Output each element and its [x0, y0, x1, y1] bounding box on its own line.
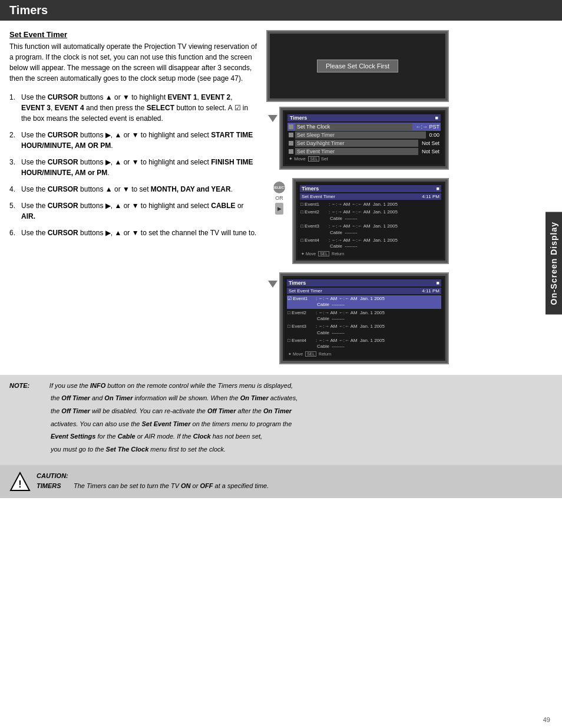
- right-column: Please Set Clock First Timers ■: [266, 30, 449, 368]
- ep-icon-3: ■: [437, 186, 439, 192]
- ep-subtitle-3: Set Event Timer 4:11 PM: [300, 193, 441, 200]
- menu-item-sleep: Set Sleep Timer 0:00: [287, 131, 441, 139]
- warning-icon: !: [9, 471, 31, 492]
- ev-label-3: □ Event3: [300, 223, 329, 229]
- step-1: 1. Use the CURSOR buttons ▲ or ▼ to high…: [9, 92, 257, 124]
- note-line5: Event Settings for the Cable or AIR mode…: [9, 431, 553, 442]
- right-arrow-icon: ▶: [275, 203, 283, 215]
- ev-time-4: : ←:→ AM ←:← AM Jan. 1 2005Cable -------…: [329, 238, 441, 250]
- arrow-down-area: [266, 107, 279, 122]
- timers-menu-footer: ✦ Move SEL Set: [287, 156, 441, 162]
- page-header: Timers: [0, 0, 562, 21]
- item-label-3: Set Day/Night Timer: [295, 140, 418, 147]
- step-6: 6. Use the CURSOR buttons ▶, ▲ or ▼ to s…: [9, 228, 257, 238]
- screen-panel-row-4: Timers ■ Set Event Timer 4:11 PM ☑ Event…: [266, 272, 449, 364]
- ev-s-label-2: □ Event2: [287, 310, 316, 315]
- ep-time-4: 4:11 PM: [422, 288, 439, 294]
- step-4: 4. Use the CURSOR buttons ▲ or ▼ to set …: [9, 184, 257, 195]
- down-arrow-icon-2: [268, 281, 277, 288]
- timers-icon: ■: [435, 115, 438, 121]
- caution-icon: !: [9, 471, 31, 492]
- ev-s-label-3: □ Event3: [287, 324, 316, 329]
- tv-screen-3: Timers ■ Set Event Timer 4:11 PM □ Event…: [296, 182, 445, 261]
- note-line2: the Off Timer and On Timer information w…: [9, 393, 553, 404]
- ep-sub-label: Set Event Timer: [302, 194, 335, 199]
- note-label: NOTE:: [9, 382, 48, 389]
- timers-menu: Timers ■ Set The Clock ←:→ PST Set Sleep: [285, 112, 444, 164]
- item-icon-3: [289, 141, 293, 146]
- note-line3: the Off Timer will be disabled. You can …: [9, 406, 553, 417]
- note-info-word: If you use the INFO button on the remote…: [49, 382, 293, 389]
- ev-label-1: □ Event1: [300, 202, 329, 207]
- left-column: Set Event Timer This function will autom…: [9, 30, 257, 368]
- tv-screen-1: Please Set Clock First: [270, 34, 445, 98]
- item-label-2: Set Sleep Timer: [295, 131, 426, 139]
- screen-panel-3: Timers ■ Set Event Timer 4:11 PM □ Event…: [292, 178, 449, 264]
- ev-label-4: □ Event4: [300, 238, 329, 243]
- note-text: NOTE: If you use the INFO button on the …: [9, 381, 553, 391]
- caution-label: CAUTION:TIMERS: [37, 472, 68, 489]
- please-set-clock-msg: Please Set Clock First: [317, 60, 398, 73]
- note-line4: activates. You can also use the Set Even…: [9, 419, 553, 430]
- caution-body: The Timers can be set to turn the TV ON …: [74, 482, 269, 489]
- or-label: OR: [275, 195, 283, 201]
- item-label: Set The Clock: [295, 123, 412, 130]
- select-or-area: SELECT OR ▶: [266, 178, 292, 215]
- menu-item-event: Set Event Timer Not Set: [287, 147, 441, 156]
- ev-s-time-2: : ←:→ AM ←:← AM Jan. 1 2005Cable -------…: [316, 310, 441, 322]
- tv-screen-2: Timers ■ Set The Clock ←:→ PST Set Sleep: [283, 110, 445, 166]
- intro-text: This function will automatically operate…: [9, 41, 257, 84]
- section-title: Set Event Timer: [9, 30, 257, 39]
- steps-list: 1. Use the CURSOR buttons ▲ or ▼ to high…: [9, 92, 257, 238]
- ep-row-s3: □ Event3 : ←:→ AM ←:← AM Jan. 1 2005Cabl…: [287, 323, 441, 337]
- menu-item-set-clock: Set The Clock ←:→ PST: [287, 123, 441, 131]
- ep-row-4: □ Event4 : ←:→ AM ←:← AM Jan. 1 2005Cabl…: [300, 237, 441, 251]
- ep-row-2: □ Event2 : ←:→ AM ←:← AM Jan. 1 2005Cabl…: [300, 209, 441, 222]
- item-label-4: Set Event Timer: [295, 148, 418, 155]
- select-button: SELECT: [273, 182, 285, 193]
- ep-row-s4: □ Event4 : ←:→ AM ←:← AM Jan. 1 2005Cabl…: [287, 337, 441, 351]
- tv-screen-4: Timers ■ Set Event Timer 4:11 PM ☑ Event…: [283, 276, 445, 361]
- step-3: 3. Use the CURSOR buttons ▶, ▲ or ▼ to h…: [9, 157, 257, 178]
- event-panel-3: Timers ■ Set Event Timer 4:11 PM □ Event…: [297, 183, 444, 259]
- item-icon: [289, 124, 293, 129]
- caution-text: CAUTION:TIMERS The Timers can be set to …: [37, 471, 553, 490]
- osd-tab: On-Screen Display: [546, 212, 562, 315]
- ev-s-time-4: : ←:→ AM ←:← AM Jan. 1 2005Cable -------…: [316, 338, 441, 350]
- ev-time-2: : ←:→ AM ←:← AM Jan. 1 2005Cable -------…: [329, 209, 441, 222]
- item-value-4: Not Set: [420, 149, 439, 154]
- ep-title-4: Timers: [289, 280, 306, 286]
- step-2: 2. Use the CURSOR buttons ▶, ▲ or ▼ to h…: [9, 130, 257, 151]
- ep-row-1: □ Event1 : ←:→ AM ←:← AM Jan. 1 2005: [300, 201, 441, 208]
- screen-panel-4: Timers ■ Set Event Timer 4:11 PM ☑ Event…: [279, 272, 449, 364]
- down-arrow-icon: [268, 115, 277, 122]
- ev-time-3: : ←:→ AM ←:← AM Jan. 1 2005Cable -------…: [329, 223, 441, 236]
- ep-sub-label-4: Set Event Timer: [289, 288, 322, 294]
- ev-s-time-3: : ←:→ AM ←:← AM Jan. 1 2005Cable -------…: [316, 324, 441, 336]
- note-line6: you must go to the Set The Clock menu fi…: [9, 444, 553, 455]
- screen-panel-row-2: Timers ■ Set The Clock ←:→ PST Set Sleep: [266, 107, 449, 170]
- screen-panel-2: Timers ■ Set The Clock ←:→ PST Set Sleep: [279, 107, 449, 170]
- item-icon-4: [289, 149, 293, 154]
- event-panel-4: Timers ■ Set Event Timer 4:11 PM ☑ Event…: [285, 278, 444, 359]
- item-value-2: 0:00: [428, 132, 439, 138]
- screen-panel-row-3: SELECT OR ▶ Timers ■ Set Event Timer: [266, 178, 449, 264]
- item-value: ←:→ PST: [414, 124, 439, 130]
- timers-menu-header: Timers ■: [287, 114, 441, 121]
- ev-time-1: : ←:→ AM ←:← AM Jan. 1 2005: [329, 202, 441, 207]
- ep-time-3: 4:11 PM: [422, 194, 439, 199]
- ep-icon-4: ■: [437, 280, 439, 286]
- ep-row-sel-1: ☑ Event1 : ←:→ AM ←:← AM Jan. 1 2005Cabl…: [287, 295, 441, 309]
- ep-row-3: □ Event3 : ←:→ AM ←:← AM Jan. 1 2005Cabl…: [300, 223, 441, 236]
- caution-section: ! CAUTION:TIMERS The Timers can be set t…: [0, 465, 562, 498]
- ep-header-3: Timers ■: [300, 185, 441, 192]
- screen-panel-1: Please Set Clock First: [266, 30, 449, 102]
- ep-header-4: Timers ■: [287, 279, 441, 286]
- ep-row-s2: □ Event2 : ←:→ AM ←:← AM Jan. 1 2005Cabl…: [287, 309, 441, 323]
- arrow-down-area-2: [266, 272, 279, 288]
- note-section: NOTE: If you use the INFO button on the …: [0, 375, 562, 466]
- item-value-3: Not Set: [420, 140, 439, 146]
- menu-item-daynight: Set Day/Night Timer Not Set: [287, 139, 441, 147]
- timers-label: Timers: [290, 115, 307, 121]
- ev-sel-time-1: : ←:→ AM ←:← AM Jan. 1 2005Cable -------…: [316, 296, 441, 308]
